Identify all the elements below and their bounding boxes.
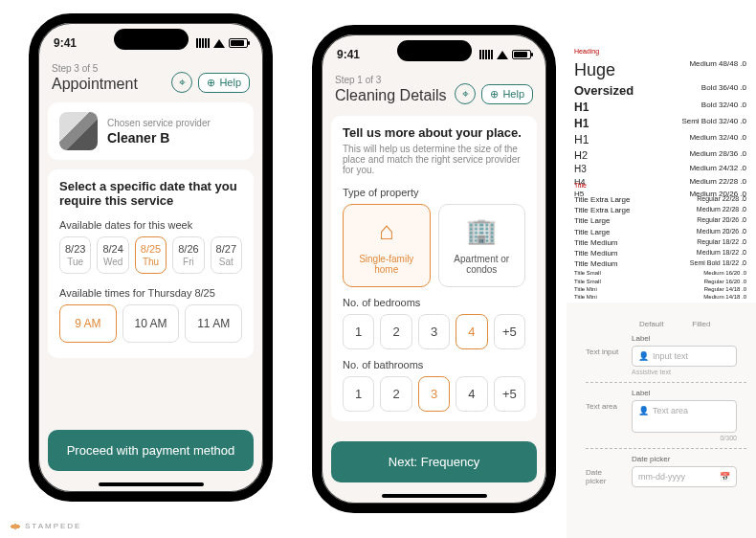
typo-row: H1Semi Bold 32/40 .0 bbox=[574, 116, 746, 132]
text-area[interactable]: 👤 Text area bbox=[632, 400, 737, 433]
provider-name: Cleaner B bbox=[107, 130, 211, 146]
col-default: Default bbox=[639, 320, 663, 328]
time-row: 9 AM10 AM11 AM bbox=[59, 304, 242, 343]
home-indicator bbox=[382, 494, 487, 498]
bedroom-chip[interactable]: 4 bbox=[456, 314, 487, 349]
date-chip[interactable]: 8/26Fri bbox=[172, 236, 204, 274]
prop-name: Apartment or condos bbox=[454, 254, 509, 275]
typo-row: Title MediumMedium 18/22 .0 bbox=[574, 248, 746, 258]
row-tag: Text input bbox=[586, 334, 622, 356]
typo-row: H2Medium 28/36 .0 bbox=[574, 148, 746, 163]
proceed-button[interactable]: Proceed with payment method bbox=[48, 430, 254, 471]
time-chip[interactable]: 11 AM bbox=[185, 304, 242, 343]
field-label: Label bbox=[632, 389, 737, 397]
home-indicator bbox=[99, 482, 204, 486]
bedroom-chip[interactable]: 3 bbox=[418, 314, 450, 349]
typo-row: OversizedBold 36/40 .0 bbox=[574, 82, 746, 100]
user-icon: 👤 bbox=[638, 406, 649, 415]
help-button[interactable]: ⊕ Help bbox=[481, 84, 533, 104]
bathroom-chip[interactable]: 2 bbox=[380, 376, 411, 412]
placeholder: mm-dd-yyyy bbox=[638, 472, 685, 482]
row-tag: Date picker bbox=[586, 455, 622, 485]
status-time: 9:41 bbox=[54, 36, 77, 50]
typo-row: H3Medium 24/32 .0 bbox=[574, 163, 746, 176]
status-time: 9:41 bbox=[337, 48, 360, 61]
typo-row: H1Medium 32/40 .0 bbox=[574, 132, 746, 148]
spec-text-area: Text area Label 👤 Text area 0/300 Label bbox=[586, 389, 746, 441]
battery-icon bbox=[229, 38, 248, 48]
prop-apartment[interactable]: 🏢 Apartment or condos bbox=[438, 204, 526, 287]
screen-title: Cleaning Details bbox=[335, 87, 447, 104]
cleaning-card: Tell us more about your place. This will… bbox=[331, 116, 537, 421]
typo-row: Title MediumSemi Bold 18/22 .0 bbox=[574, 258, 746, 269]
next-button[interactable]: Next: Frequency bbox=[331, 441, 537, 482]
phone-appointment: 9:41 Step 3 of 5 Appointment ⌖ ⊕ Help Ch… bbox=[29, 13, 273, 502]
typo-row: Title MiniRegular 14/18 .0 bbox=[574, 285, 746, 293]
date-chip[interactable]: 8/23Tue bbox=[59, 236, 91, 274]
typo-row: Title SmallRegular 16/20 .0 bbox=[574, 278, 746, 285]
placeholder: Text area bbox=[653, 406, 688, 415]
help-label: Help bbox=[502, 88, 524, 100]
typo-section-label: Title bbox=[574, 182, 746, 189]
char-count: 0/300 bbox=[632, 435, 737, 441]
row-tag: Text area bbox=[586, 389, 622, 411]
spec-text-input: Text input Label 👤 Input text Assistive … bbox=[586, 334, 746, 375]
user-icon: 👤 bbox=[638, 351, 649, 361]
date-chip[interactable]: 8/27Sat bbox=[211, 236, 242, 274]
cleaning-heading: Tell us more about your place. bbox=[343, 125, 525, 140]
bathroom-chip[interactable]: +5 bbox=[494, 376, 525, 412]
typo-row: Title MediumRegular 18/22 .0 bbox=[574, 237, 746, 248]
accessibility-icon[interactable]: ⌖ bbox=[171, 72, 192, 93]
dynamic-island bbox=[397, 40, 472, 61]
times-label: Available times for Thursday 8/25 bbox=[59, 287, 242, 299]
wifi-icon bbox=[497, 51, 508, 59]
accessibility-icon[interactable]: ⌖ bbox=[455, 83, 476, 104]
typo-row: HugeMedium 48/48 .0 bbox=[574, 58, 746, 82]
date-picker[interactable]: mm-dd-yyyy 📅 bbox=[632, 466, 737, 487]
screen-header: Step 3 of 5 Appointment ⌖ ⊕ Help bbox=[38, 57, 263, 102]
typo-row: Title LargeRegular 20/26 .0 bbox=[574, 215, 746, 226]
calendar-icon: 📅 bbox=[720, 472, 730, 482]
signal-icon bbox=[196, 38, 210, 48]
form-spec-panel: Default Filled Text input Label 👤 Input … bbox=[567, 303, 756, 538]
step-label: Step 1 of 3 bbox=[335, 75, 447, 85]
date-chip[interactable]: 8/25Thu bbox=[135, 236, 167, 274]
help-label: Help bbox=[219, 77, 241, 88]
provider-label: Chosen service provider bbox=[107, 118, 211, 128]
wifi-icon bbox=[213, 39, 225, 48]
typography-title-spec: Title Title Extra LargeRegular 22/28 .0T… bbox=[574, 182, 746, 302]
time-chip[interactable]: 10 AM bbox=[122, 304, 180, 343]
bed-row: 1234+5 bbox=[343, 314, 525, 349]
date-card: Select a specific date that you require … bbox=[48, 169, 254, 358]
bathroom-chip[interactable]: 1 bbox=[343, 376, 374, 412]
date-chip[interactable]: 8/24Wed bbox=[97, 236, 128, 274]
bedroom-chip[interactable]: 2 bbox=[380, 314, 411, 349]
battery-icon bbox=[512, 50, 531, 59]
signal-icon bbox=[479, 50, 493, 59]
screen-header: Step 1 of 3 Cleaning Details ⌖ ⊕ Help bbox=[322, 69, 546, 114]
typography-heading-spec: Heading HugeMedium 48/48 .0OversizedBold… bbox=[574, 48, 746, 199]
help-button[interactable]: ⊕ Help bbox=[198, 73, 250, 93]
brand-text: STAMPEDE bbox=[25, 522, 81, 530]
time-chip[interactable]: 9 AM bbox=[59, 304, 117, 343]
typo-row: Title SmallMedium 16/20 .0 bbox=[574, 269, 746, 277]
field-label: Label bbox=[632, 334, 737, 343]
prop-name: Single-family home bbox=[359, 254, 413, 275]
phone-cleaning: 9:41 Step 1 of 3 Cleaning Details ⌖ ⊕ He… bbox=[312, 25, 556, 513]
placeholder: Input text bbox=[653, 351, 688, 361]
typo-row: Title Extra LargeMedium 22/28 .0 bbox=[574, 205, 746, 215]
typo-row: Title LargeMedium 20/26 .0 bbox=[574, 227, 746, 237]
stampede-logo: STAMPEDE bbox=[10, 522, 81, 530]
bedroom-chip[interactable]: 1 bbox=[343, 314, 374, 349]
dates-label: Available dates for this week bbox=[59, 219, 242, 231]
date-row: 8/23Tue8/24Wed8/25Thu8/26Fri8/27Sat bbox=[59, 236, 242, 274]
bathroom-chip[interactable]: 3 bbox=[418, 376, 450, 412]
bath-label: No. of bathrooms bbox=[343, 359, 525, 370]
bathroom-chip[interactable]: 4 bbox=[456, 376, 487, 412]
text-input[interactable]: 👤 Input text bbox=[632, 346, 737, 367]
prop-single-family[interactable]: ⌂ Single-family home bbox=[343, 204, 431, 287]
typo-row: Title Extra LargeRegular 22/28 .0 bbox=[574, 194, 746, 205]
provider-avatar bbox=[59, 112, 98, 150]
screen-title: Appointment bbox=[52, 76, 138, 93]
bedroom-chip[interactable]: +5 bbox=[494, 314, 525, 349]
